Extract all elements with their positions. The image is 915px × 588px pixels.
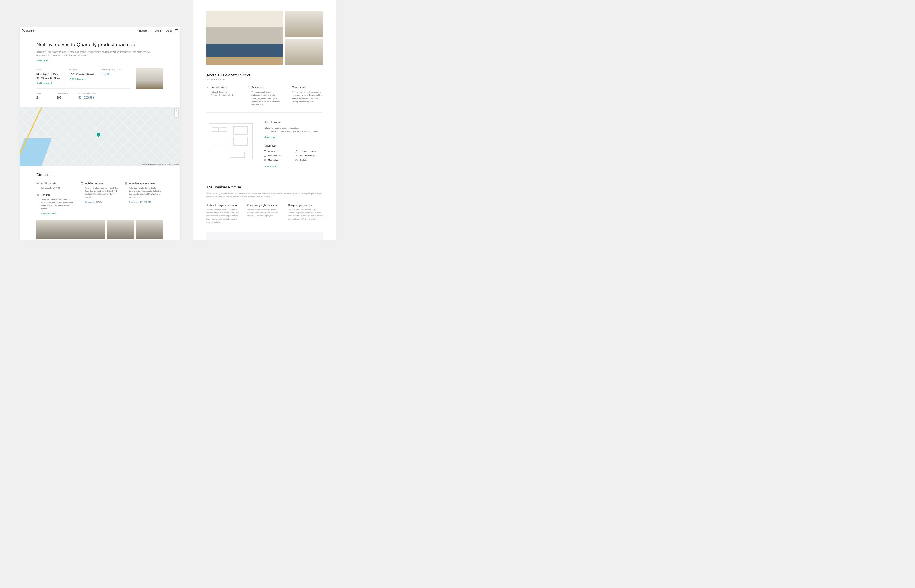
when-label: When <box>37 68 61 71</box>
door-code: 48 * 250 526 <box>78 96 127 99</box>
amenity-fridge: Mini fridge <box>264 159 291 162</box>
about-panel: About 138 Wooster Street 2nd floor, Suit… <box>193 0 336 240</box>
know-show-more-link[interactable]: Show more <box>264 136 275 139</box>
promise-col-3-b: Our customer care team can be reached by… <box>288 208 323 221</box>
gallery-photo-3[interactable] <box>285 39 323 65</box>
svg-rect-5 <box>82 183 82 183</box>
building-icon <box>81 182 83 184</box>
svg-rect-15 <box>212 137 227 144</box>
promise-lead: When booking with Breather, you'll enjoy… <box>207 192 323 199</box>
tv-icon <box>264 154 266 157</box>
parking-icon <box>37 194 39 196</box>
svg-rect-16 <box>234 126 247 134</box>
photo-1[interactable] <box>37 220 105 239</box>
nav-menu[interactable]: Menu <box>165 29 171 32</box>
floorplan-image <box>207 121 255 162</box>
suite-value: 203 <box>57 96 71 99</box>
suite-label: Suite / room <box>57 92 71 94</box>
entry-label: Building entry code <box>102 68 127 71</box>
restroom-icon <box>247 86 250 89</box>
promise-col-2-b: Our spaces are maintained and cleaned be… <box>247 208 282 218</box>
thermometer-icon <box>295 154 298 157</box>
svg-rect-22 <box>264 159 265 161</box>
gallery-main-photo[interactable] <box>207 11 283 65</box>
address-label: Address <box>69 68 94 71</box>
phone-icon <box>125 182 128 184</box>
promise-heading: The Breather Promise <box>207 185 323 189</box>
svg-point-3 <box>37 194 39 195</box>
restrooms-body: The men's and women's bathroom is locate… <box>251 90 282 106</box>
door-label: Breather door code <box>78 92 127 94</box>
show-more-link[interactable]: Show more <box>37 59 48 62</box>
promise-col-1-h: A place to do your best work <box>207 204 242 207</box>
zoom-out-button[interactable]: − <box>175 113 178 117</box>
photo-strip <box>19 220 180 239</box>
hamburger-icon[interactable] <box>175 29 178 32</box>
photo-2[interactable] <box>107 220 134 239</box>
building-entry-code: Entry code: 12345 <box>85 201 119 204</box>
about-subtitle: 2nd floor, Suite 213 <box>207 78 323 81</box>
svg-point-2 <box>38 184 39 184</box>
svg-point-9 <box>249 86 249 87</box>
whiteboard-icon <box>264 150 266 153</box>
thermometer-icon <box>288 86 291 89</box>
space-thumbnail[interactable] <box>136 68 163 89</box>
svg-rect-17 <box>234 137 247 145</box>
logo[interactable]: ⊕ breather <box>22 29 35 32</box>
add-calendar-link[interactable]: Add to account <box>37 82 61 85</box>
map[interactable]: + − Map data ©2018 Google Terms of Use R… <box>19 107 180 165</box>
gallery <box>207 11 323 65</box>
building-body: To enter the building, go through the fr… <box>85 186 119 199</box>
address-value: 138 Wooster Street <box>69 73 94 76</box>
amenities-grid: Whiteboard Premium building Flatscreen T… <box>264 150 323 162</box>
about-heading: About 138 Wooster Street <box>207 73 323 77</box>
promise-col-3-h: Always at your service <box>288 204 323 207</box>
invite-title: Neil invited you to Quarterly product ro… <box>37 42 163 48</box>
floor-value: 2 <box>37 96 49 99</box>
space-body: Take the elevator to the 9th floor turni… <box>129 186 163 199</box>
when-time: 10:00am - 6:30pm <box>37 76 61 80</box>
svg-rect-14 <box>220 128 227 132</box>
amenity-premium: Premium building <box>295 150 323 153</box>
footer-band <box>207 232 323 240</box>
svg-point-8 <box>248 86 248 87</box>
temp-body: Please refer to the thermostat in the co… <box>292 90 323 103</box>
floor-label: Floor <box>37 92 49 94</box>
promise-col-2-h: Consistently high standards <box>247 204 282 207</box>
when-date: Monday, Jul 20th <box>37 73 61 76</box>
nav-login[interactable]: Log in <box>155 29 162 32</box>
transit-icon <box>37 182 39 184</box>
promise-col-1-b: Breather spaces are sourced and designed… <box>207 208 242 223</box>
svg-rect-19 <box>264 150 266 152</box>
svg-rect-20 <box>264 155 266 156</box>
photo-3[interactable] <box>136 220 163 239</box>
get-directions-link[interactable]: ↱ Get directions <box>69 78 94 81</box>
directions-heading: Directions <box>37 173 163 177</box>
need-to-know-heading: Need to know <box>264 121 323 124</box>
amenities-heading: Amenities <box>264 144 323 147</box>
brand-name: breather <box>26 29 35 32</box>
map-attribution: Map data ©2018 Google Terms of Use Repor… <box>141 163 179 165</box>
space-door-code: Door code: 48 * 250 526 <box>129 201 163 204</box>
map-zoom-controls: + − <box>174 108 179 118</box>
parking-body: On-street parking is available on Blore … <box>41 198 75 210</box>
svg-rect-7 <box>126 182 127 184</box>
svg-rect-18 <box>231 152 244 158</box>
amenity-ac: Air conditioning <box>295 154 323 157</box>
details-grid: When Monday, Jul 20th 10:00am - 6:30pm A… <box>19 68 180 99</box>
gallery-photo-2[interactable] <box>285 11 323 37</box>
amenity-skylight: Skylight <box>295 159 323 162</box>
svg-rect-13 <box>212 128 219 132</box>
amenity-tv: Flatscreen TV <box>264 154 291 157</box>
skylight-icon <box>295 159 298 162</box>
nav-browse[interactable]: Browse <box>139 29 147 32</box>
logo-icon: ⊕ <box>22 29 25 32</box>
entry-code: 12345 <box>102 73 127 75</box>
parking-directions-link[interactable]: ↱ Get directions <box>41 212 75 215</box>
zoom-in-button[interactable]: + <box>175 108 178 113</box>
wifi-icon <box>207 86 209 89</box>
transit-body: Subways: R, W, F, M <box>41 186 75 189</box>
invite-description: Join us for our quarterly product roadma… <box>37 50 163 57</box>
star-icon <box>295 150 298 153</box>
amenities-show-more-link[interactable]: Show 5 more <box>264 165 277 168</box>
